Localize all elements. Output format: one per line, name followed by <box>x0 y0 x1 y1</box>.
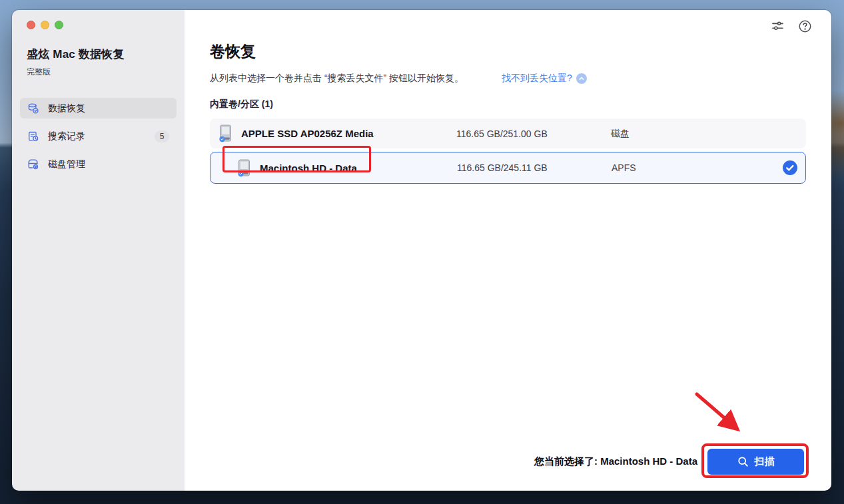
volume-name-cell: Macintosh HD - Data <box>218 159 457 177</box>
internal-drive-icon <box>218 125 233 142</box>
disk-manage-icon <box>27 158 39 170</box>
volume-type: APFS <box>612 162 781 173</box>
footer-bar: 您当前选择了: Macintosh HD - Data 扫描 <box>534 449 804 475</box>
search-icon <box>737 456 749 467</box>
search-history-icon <box>27 130 39 142</box>
help-icon[interactable] <box>798 19 812 33</box>
sidebar-item-search-history[interactable]: 搜索记录 5 <box>20 126 177 146</box>
app-title: 盛炫 Mac 数据恢复 <box>27 47 177 62</box>
description-row: 从列表中选择一个卷并点击 “搜索丢失文件” 按钮以开始恢复。 找不到丢失位置? <box>210 73 806 85</box>
app-window: 盛炫 Mac 数据恢复 完整版 数据恢复 <box>12 10 831 491</box>
volume-name-cell: APPLE SSD AP0256Z Media <box>218 125 456 142</box>
section-header: 内置卷/分区 (1) <box>210 99 806 111</box>
sidebar-item-label: 搜索记录 <box>48 130 85 142</box>
sidebar-item-data-recovery[interactable]: 数据恢复 <box>20 98 177 119</box>
sidebar-item-label: 磁盘管理 <box>48 158 85 170</box>
search-history-count-badge: 5 <box>155 130 169 142</box>
database-recovery-icon <box>27 103 39 115</box>
volume-size: 116.65 GB/251.00 GB <box>456 128 611 139</box>
sidebar-nav: 数据恢复 搜索记录 5 <box>20 98 177 174</box>
scan-button-label: 扫描 <box>755 455 775 468</box>
selected-check-icon <box>783 160 797 175</box>
internal-drive-icon <box>236 159 252 177</box>
sidebar-item-disk-management[interactable]: 磁盘管理 <box>20 154 177 174</box>
volume-check-cell <box>781 160 797 175</box>
minimize-button[interactable] <box>41 21 49 29</box>
volume-type: 磁盘 <box>611 128 782 140</box>
volume-name: APPLE SSD AP0256Z Media <box>241 128 374 139</box>
page-title: 卷恢复 <box>210 41 806 62</box>
current-selection-text: 您当前选择了: Macintosh HD - Data <box>534 455 697 468</box>
scan-button[interactable]: 扫描 <box>707 449 804 475</box>
settings-sliders-icon[interactable] <box>771 19 785 33</box>
window-controls <box>20 21 177 29</box>
lost-location-link[interactable]: 找不到丢失位置? <box>502 73 587 85</box>
volume-row-apple-ssd[interactable]: APPLE SSD AP0256Z Media 116.65 GB/251.00… <box>210 119 806 148</box>
close-button[interactable] <box>27 21 35 29</box>
page-description: 从列表中选择一个卷并点击 “搜索丢失文件” 按钮以开始恢复。 <box>210 73 464 85</box>
main-content: 卷恢复 从列表中选择一个卷并点击 “搜索丢失文件” 按钮以开始恢复。 找不到丢失… <box>185 10 831 491</box>
volume-name: Macintosh HD - Data <box>260 162 357 174</box>
app-edition-label: 完整版 <box>27 67 177 78</box>
volume-list: APPLE SSD AP0256Z Media 116.65 GB/251.00… <box>210 119 806 184</box>
volume-row-macintosh-hd-data[interactable]: Macintosh HD - Data 116.65 GB/245.11 GB … <box>210 152 806 184</box>
volume-size: 116.65 GB/245.11 GB <box>457 162 612 173</box>
sidebar-item-label: 数据恢复 <box>48 103 85 115</box>
chevron-up-icon <box>576 73 587 84</box>
sidebar: 盛炫 Mac 数据恢复 完整版 数据恢复 <box>12 10 185 491</box>
maximize-button[interactable] <box>55 21 63 29</box>
lost-location-link-label: 找不到丢失位置? <box>502 73 572 85</box>
toolbar <box>771 19 812 33</box>
